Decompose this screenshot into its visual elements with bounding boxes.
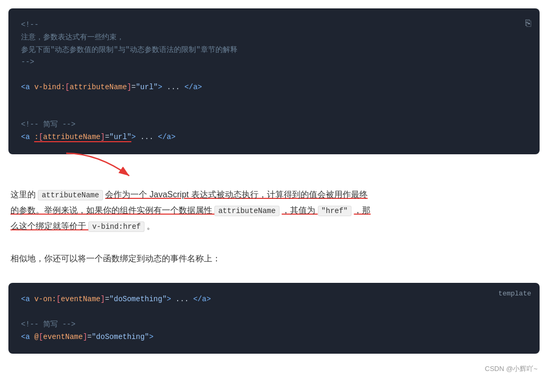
code-line: <!-- 简写 --> [21,119,527,131]
inline-code-href-value: "href" [318,206,351,216]
inline-code-vbind-href: v-bind:href [88,221,144,232]
code-block-2: template <a v-on:[eventName]="doSomethin… [8,283,540,354]
code-line [21,107,527,119]
csdn-watermark: CSDN @小辉吖~ [0,364,548,379]
code-line: 注意，参数表达式有一些约束， [21,31,527,44]
arrow-icon [56,151,140,179]
template-label: template [499,288,531,300]
code-line: <!-- [21,19,527,31]
code-line: <a @[eventName]="doSomething"> [21,331,527,344]
code-line [21,69,527,81]
prose-paragraph-1: 这里的 attributeName 会作为一个 JavaScript 表达式被动… [11,187,537,234]
code-content-1: ⎘ <!-- 注意，参数表达式有一些约束， 参见下面"动态参数值的限制"与"动态… [8,8,540,154]
code-line: <a v-bind:[attributeName]="url"> ... </a… [21,81,527,94]
inline-code-attributeName-1: attributeName [38,190,102,200]
code-line-highlight: <a :[attributeName]="url"> ... </a> [21,131,527,144]
code-line [21,306,527,319]
code-line: <!-- 简写 --> [21,319,527,331]
code-line [21,94,527,107]
prose-paragraph-2: 相似地，你还可以将一个函数绑定到动态的事件名称上： [11,251,537,267]
code-line: 参见下面"动态参数值的限制"与"动态参数语法的限制"章节的解释 [21,44,527,57]
prose-section-2: 相似地，你还可以将一个函数绑定到动态的事件名称上： [0,251,548,283]
code-line: <a v-on:[eventName]="doSomething"> ... <… [21,293,527,306]
prose-text-end: 。 [147,221,155,230]
prose-text: 这里的 [11,190,38,199]
prose-section-1: 这里的 attributeName 会作为一个 JavaScript 表达式被动… [0,182,548,251]
code-line: --> [21,56,527,69]
inline-code-attributeName-2: attributeName [214,206,279,216]
prose-text-underlined-2: ，其值为 [282,206,317,215]
copy-icon[interactable]: ⎘ [525,16,531,32]
code-block-1: ⎘ <!-- 注意，参数表达式有一些约束， 参见下面"动态参数值的限制"与"动态… [8,8,540,154]
code-content-2: template <a v-on:[eventName]="doSomethin… [8,283,540,354]
